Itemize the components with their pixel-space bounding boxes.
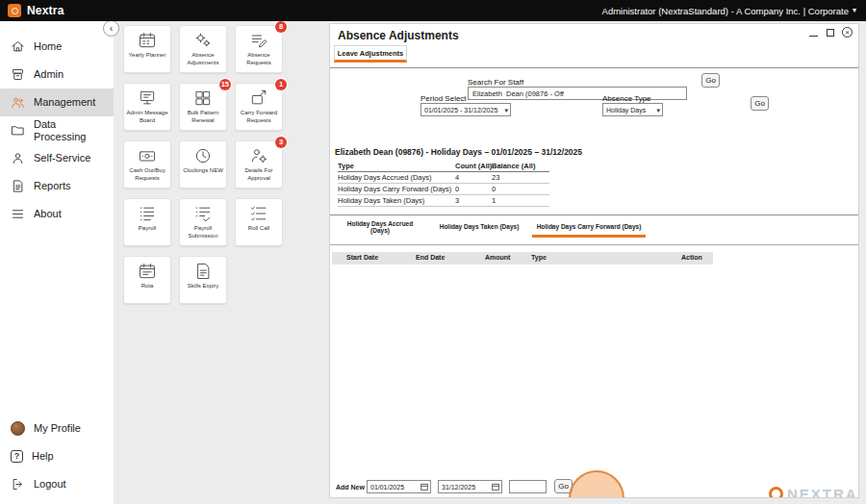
- sidebar-item-logout[interactable]: Logout: [0, 470, 114, 498]
- tile-yearly-planner[interactable]: Yearly Planner: [123, 25, 171, 73]
- highlight-circle: [569, 470, 624, 498]
- col-end-date: End Date: [416, 254, 445, 261]
- cell-balance: 1: [492, 196, 549, 205]
- tile-label: Absence Adjustments: [180, 52, 226, 66]
- skills-expiry-icon: [193, 262, 213, 281]
- tab-holiday-days-carry-forward[interactable]: Holiday Days Carry Forward (Days): [532, 218, 646, 238]
- management-tile-grid: Yearly Planner Absence Adjustments 8 Abs…: [123, 25, 302, 304]
- tile-label: Bulk Pattern Renewal: [180, 110, 226, 124]
- tab-holiday-days-taken[interactable]: Holiday Days Taken (Days): [435, 218, 523, 238]
- logout-icon: [11, 477, 25, 491]
- sidebar-item-label: About: [34, 208, 62, 220]
- avatar: [11, 421, 25, 436]
- about-icon: [11, 207, 25, 221]
- absence-type-dropdown[interactable]: Holiday Days ▾: [602, 103, 663, 116]
- sidebar-item-help[interactable]: ? Help: [0, 442, 114, 470]
- collapse-panel-button[interactable]: ‹: [103, 20, 119, 37]
- chevron-down-icon: ▾: [502, 107, 508, 113]
- table-row: Holiday Days Accrued (Days) 4 23: [338, 172, 549, 184]
- calendar-grid-icon: [138, 31, 157, 50]
- add-new-label: Add New: [336, 484, 365, 491]
- calendar-icon: [492, 483, 499, 491]
- absence-type-label: Absence Type: [602, 94, 651, 103]
- start-date-input[interactable]: 01/01/2025: [367, 480, 431, 493]
- page-title: Absence Adjustments: [338, 29, 459, 42]
- close-icon[interactable]: ×: [842, 27, 853, 38]
- amount-input[interactable]: [509, 480, 547, 493]
- tile-carry-forward-requests[interactable]: 1 Carry Forward Requests: [235, 83, 283, 131]
- pattern-boxes-icon: [193, 88, 213, 108]
- nextra-ring-icon: [769, 487, 783, 498]
- absence-type-value: Holiday Days: [606, 107, 646, 113]
- admin-icon: [11, 67, 25, 82]
- tile-label: Skills Expiry: [186, 283, 220, 290]
- detail-table-header: Start Date End Date Amount Type Action: [332, 252, 713, 265]
- sidebar-item-admin[interactable]: Admin: [0, 61, 114, 88]
- start-date-value: 01/01/2025: [370, 484, 404, 491]
- home-icon: [11, 39, 25, 54]
- tile-skills-expiry[interactable]: Skills Expiry: [179, 256, 227, 304]
- tile-absence-requests[interactable]: 8 Absence Requests: [235, 25, 283, 73]
- workspace: ‹ Yearly Planner Absence Adjustments 8 A…: [114, 21, 866, 504]
- minimize-icon[interactable]: [809, 28, 818, 37]
- carry-forward-icon: [249, 88, 268, 108]
- tile-cash-out-buy-requests[interactable]: Cash Out/Buy Requests: [123, 140, 171, 189]
- summary-table: Type Count (All) Balance (All) Holiday D…: [338, 161, 549, 207]
- summary-table-header: Type Count (All) Balance (All): [338, 161, 549, 172]
- tile-label: Admin Message Board: [124, 110, 170, 124]
- tile-absence-adjustments[interactable]: Absence Adjustments: [179, 25, 227, 73]
- notification-badge: 15: [219, 79, 231, 90]
- cell-type: Holiday Days Accrued (Days): [338, 173, 455, 182]
- folder-icon: [11, 123, 25, 138]
- tile-roll-call[interactable]: Roll Call: [235, 198, 283, 246]
- tile-admin-message-board[interactable]: Admin Message Board: [123, 83, 171, 131]
- tile-rota[interactable]: Rota: [123, 256, 171, 304]
- report-icon: [11, 179, 25, 193]
- filter-go-button[interactable]: Go: [751, 96, 769, 111]
- cell-count: 3: [455, 196, 492, 205]
- tile-label: Details For Approval: [236, 167, 282, 182]
- tile-payroll-submission[interactable]: Payroll Submission: [179, 198, 227, 246]
- tile-details-for-approval[interactable]: 3 Details For Approval: [235, 140, 283, 189]
- restore-icon[interactable]: [827, 29, 834, 37]
- divider: [330, 67, 858, 68]
- detail-tabs: Holiday Days Accrued (Days) Holiday Days…: [334, 218, 646, 238]
- sidebar-item-reports[interactable]: Reports: [0, 172, 114, 200]
- tile-clockings-new[interactable]: Clockings NEW: [179, 140, 227, 189]
- person-gear-icon: [249, 146, 268, 165]
- end-date-input[interactable]: 31/12/2025: [438, 480, 502, 493]
- cell-type: Holiday Days Carry Forward (Days): [338, 185, 455, 193]
- request-pen-icon: [249, 31, 268, 50]
- chevron-down-icon: ▾: [853, 7, 856, 14]
- payroll-submit-icon: [193, 204, 213, 223]
- notification-badge: 1: [275, 79, 287, 90]
- period-select-dropdown[interactable]: 01/01/2025 - 31/12/2025 ▾: [420, 103, 511, 116]
- sidebar-item-my-profile[interactable]: My Profile: [0, 415, 114, 442]
- sidebar-item-label: My Profile: [34, 422, 81, 435]
- col-type: Type: [531, 254, 547, 261]
- table-row: Holiday Days Carry Forward (Days) 0 0: [338, 184, 549, 195]
- sidebar-item-management[interactable]: Management: [0, 88, 114, 116]
- col-start-date: Start Date: [346, 254, 378, 261]
- topbar: Nextra Administrator (NextraStandard) - …: [0, 0, 866, 21]
- search-staff-input[interactable]: [468, 87, 687, 100]
- sidebar-item-self-service[interactable]: Self-Service: [0, 144, 114, 172]
- tile-label: Clockings NEW: [181, 167, 225, 175]
- tile-label: Absence Requests: [236, 52, 282, 66]
- tab-holiday-days-accrued[interactable]: Holiday Days Accrued (Days): [334, 218, 426, 238]
- tile-label: Payroll Submission: [180, 225, 226, 239]
- period-select-label: Period Select: [420, 94, 467, 103]
- divider: [330, 214, 858, 215]
- sidebar-item-home[interactable]: Home: [0, 33, 114, 61]
- sidebar-item-about[interactable]: About: [0, 200, 114, 228]
- help-icon: ?: [11, 450, 23, 463]
- sidebar-item-data-processing[interactable]: Data Processing: [0, 116, 114, 144]
- search-go-button[interactable]: Go: [701, 73, 720, 88]
- tile-payroll[interactable]: Payroll: [123, 198, 171, 246]
- calendar-icon: [420, 483, 428, 491]
- account-menu[interactable]: Administrator (NextraStandard) - A Compa…: [602, 6, 866, 16]
- tab-leave-adjustments[interactable]: Leave Adjustments: [334, 45, 407, 63]
- tile-bulk-pattern-renewal[interactable]: 15 Bulk Pattern Renewal: [179, 83, 227, 131]
- management-icon: [11, 95, 25, 110]
- add-new-go-button[interactable]: Go: [554, 479, 573, 493]
